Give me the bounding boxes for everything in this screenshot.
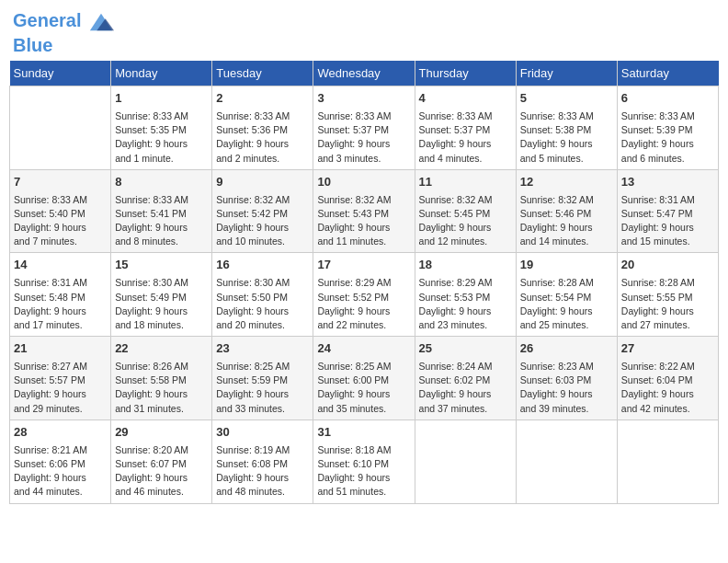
- calendar-cell: 20Sunrise: 8:28 AM Sunset: 5:55 PM Dayli…: [617, 253, 718, 337]
- page-header: General Blue: [9, 9, 719, 55]
- day-info: Sunrise: 8:32 AM Sunset: 5:42 PM Dayligh…: [216, 193, 309, 249]
- day-number: 21: [14, 340, 107, 358]
- day-number: 15: [115, 257, 208, 274]
- day-info: Sunrise: 8:25 AM Sunset: 6:00 PM Dayligh…: [317, 360, 410, 416]
- day-number: 6: [621, 90, 714, 108]
- calendar-cell: 17Sunrise: 8:29 AM Sunset: 5:52 PM Dayli…: [313, 253, 415, 337]
- calendar-cell: 28Sunrise: 8:21 AM Sunset: 6:06 PM Dayli…: [10, 419, 111, 503]
- day-info: Sunrise: 8:31 AM Sunset: 5:47 PM Dayligh…: [621, 193, 714, 249]
- day-number: 17: [317, 257, 410, 274]
- day-header-saturday: Saturday: [617, 61, 718, 86]
- calendar-cell: 8Sunrise: 8:33 AM Sunset: 5:41 PM Daylig…: [111, 169, 212, 253]
- day-number: 3: [317, 90, 410, 108]
- calendar-cell: 10Sunrise: 8:32 AM Sunset: 5:43 PM Dayli…: [313, 169, 415, 253]
- day-info: Sunrise: 8:33 AM Sunset: 5:40 PM Dayligh…: [14, 193, 107, 249]
- day-number: 7: [14, 174, 107, 191]
- day-info: Sunrise: 8:24 AM Sunset: 6:02 PM Dayligh…: [419, 360, 512, 416]
- calendar-cell: 18Sunrise: 8:29 AM Sunset: 5:53 PM Dayli…: [415, 253, 516, 337]
- day-info: Sunrise: 8:28 AM Sunset: 5:54 PM Dayligh…: [520, 276, 613, 332]
- calendar-cell: 24Sunrise: 8:25 AM Sunset: 6:00 PM Dayli…: [313, 337, 415, 420]
- calendar-cell: 27Sunrise: 8:22 AM Sunset: 6:04 PM Dayli…: [617, 337, 718, 420]
- day-info: Sunrise: 8:18 AM Sunset: 6:10 PM Dayligh…: [317, 443, 410, 500]
- day-header-sunday: Sunday: [10, 61, 111, 86]
- day-number: 18: [419, 257, 512, 274]
- day-number: 14: [14, 257, 107, 274]
- day-number: 1: [115, 90, 208, 108]
- day-info: Sunrise: 8:33 AM Sunset: 5:39 PM Dayligh…: [621, 109, 714, 166]
- calendar-cell: 3Sunrise: 8:33 AM Sunset: 5:37 PM Daylig…: [313, 86, 415, 170]
- day-info: Sunrise: 8:27 AM Sunset: 5:57 PM Dayligh…: [14, 360, 107, 416]
- calendar-cell: 21Sunrise: 8:27 AM Sunset: 5:57 PM Dayli…: [10, 337, 111, 420]
- calendar-cell: 30Sunrise: 8:19 AM Sunset: 6:08 PM Dayli…: [212, 419, 313, 503]
- day-info: Sunrise: 8:22 AM Sunset: 6:04 PM Dayligh…: [621, 360, 714, 416]
- day-number: 23: [216, 340, 309, 358]
- calendar-cell: 11Sunrise: 8:32 AM Sunset: 5:45 PM Dayli…: [415, 169, 516, 253]
- day-number: 31: [317, 424, 410, 442]
- day-info: Sunrise: 8:33 AM Sunset: 5:37 PM Dayligh…: [419, 109, 512, 166]
- day-number: 10: [317, 174, 410, 191]
- calendar-cell: 22Sunrise: 8:26 AM Sunset: 5:58 PM Dayli…: [111, 337, 212, 420]
- logo-text: General: [13, 9, 114, 35]
- day-header-tuesday: Tuesday: [212, 61, 313, 86]
- day-info: Sunrise: 8:19 AM Sunset: 6:08 PM Dayligh…: [216, 443, 309, 500]
- calendar-week-row: 1Sunrise: 8:33 AM Sunset: 5:35 PM Daylig…: [10, 86, 719, 170]
- day-info: Sunrise: 8:32 AM Sunset: 5:46 PM Dayligh…: [520, 193, 613, 249]
- calendar-cell: 19Sunrise: 8:28 AM Sunset: 5:54 PM Dayli…: [516, 253, 617, 337]
- day-number: 11: [419, 174, 512, 191]
- day-info: Sunrise: 8:23 AM Sunset: 6:03 PM Dayligh…: [520, 360, 613, 416]
- day-info: Sunrise: 8:29 AM Sunset: 5:53 PM Dayligh…: [419, 276, 512, 332]
- calendar-cell: 14Sunrise: 8:31 AM Sunset: 5:48 PM Dayli…: [10, 253, 111, 337]
- day-number: 4: [419, 90, 512, 108]
- day-info: Sunrise: 8:30 AM Sunset: 5:50 PM Dayligh…: [216, 276, 309, 332]
- calendar-cell: 1Sunrise: 8:33 AM Sunset: 5:35 PM Daylig…: [111, 86, 212, 170]
- day-number: 19: [520, 257, 613, 274]
- day-number: 12: [520, 174, 613, 191]
- day-info: Sunrise: 8:33 AM Sunset: 5:38 PM Dayligh…: [520, 109, 613, 166]
- day-info: Sunrise: 8:20 AM Sunset: 6:07 PM Dayligh…: [115, 443, 208, 500]
- calendar-cell: 31Sunrise: 8:18 AM Sunset: 6:10 PM Dayli…: [313, 419, 415, 503]
- day-number: 5: [520, 90, 613, 108]
- day-info: Sunrise: 8:33 AM Sunset: 5:36 PM Dayligh…: [216, 109, 309, 166]
- logo-text-blue: Blue: [13, 35, 114, 55]
- day-number: 27: [621, 340, 714, 358]
- calendar-cell: 23Sunrise: 8:25 AM Sunset: 5:59 PM Dayli…: [212, 337, 313, 420]
- calendar-week-row: 28Sunrise: 8:21 AM Sunset: 6:06 PM Dayli…: [10, 419, 719, 503]
- calendar-header-row: SundayMondayTuesdayWednesdayThursdayFrid…: [10, 61, 719, 86]
- day-number: 9: [216, 174, 309, 191]
- day-info: Sunrise: 8:33 AM Sunset: 5:41 PM Dayligh…: [115, 193, 208, 249]
- calendar-table: SundayMondayTuesdayWednesdayThursdayFrid…: [9, 61, 719, 504]
- day-number: 24: [317, 340, 410, 358]
- day-number: 22: [115, 340, 208, 358]
- day-header-wednesday: Wednesday: [313, 61, 415, 86]
- calendar-cell: 25Sunrise: 8:24 AM Sunset: 6:02 PM Dayli…: [415, 337, 516, 420]
- day-header-thursday: Thursday: [415, 61, 516, 86]
- calendar-cell: 5Sunrise: 8:33 AM Sunset: 5:38 PM Daylig…: [516, 86, 617, 170]
- calendar-cell: [617, 419, 718, 503]
- calendar-cell: 16Sunrise: 8:30 AM Sunset: 5:50 PM Dayli…: [212, 253, 313, 337]
- calendar-cell: 2Sunrise: 8:33 AM Sunset: 5:36 PM Daylig…: [212, 86, 313, 170]
- day-number: 16: [216, 257, 309, 274]
- day-info: Sunrise: 8:29 AM Sunset: 5:52 PM Dayligh…: [317, 276, 410, 332]
- day-info: Sunrise: 8:33 AM Sunset: 5:35 PM Dayligh…: [115, 109, 208, 166]
- calendar-cell: 13Sunrise: 8:31 AM Sunset: 5:47 PM Dayli…: [617, 169, 718, 253]
- calendar-cell: 12Sunrise: 8:32 AM Sunset: 5:46 PM Dayli…: [516, 169, 617, 253]
- calendar-cell: 26Sunrise: 8:23 AM Sunset: 6:03 PM Dayli…: [516, 337, 617, 420]
- day-header-friday: Friday: [516, 61, 617, 86]
- day-info: Sunrise: 8:31 AM Sunset: 5:48 PM Dayligh…: [14, 276, 107, 332]
- calendar-cell: [415, 419, 516, 503]
- calendar-cell: 6Sunrise: 8:33 AM Sunset: 5:39 PM Daylig…: [617, 86, 718, 170]
- day-number: 30: [216, 424, 309, 442]
- day-info: Sunrise: 8:33 AM Sunset: 5:37 PM Dayligh…: [317, 109, 410, 166]
- calendar-cell: 29Sunrise: 8:20 AM Sunset: 6:07 PM Dayli…: [111, 419, 212, 503]
- calendar-body: 1Sunrise: 8:33 AM Sunset: 5:35 PM Daylig…: [10, 86, 719, 504]
- calendar-cell: 7Sunrise: 8:33 AM Sunset: 5:40 PM Daylig…: [10, 169, 111, 253]
- day-header-monday: Monday: [111, 61, 212, 86]
- day-info: Sunrise: 8:30 AM Sunset: 5:49 PM Dayligh…: [115, 276, 208, 332]
- day-info: Sunrise: 8:26 AM Sunset: 5:58 PM Dayligh…: [115, 360, 208, 416]
- day-number: 13: [621, 174, 714, 191]
- day-info: Sunrise: 8:25 AM Sunset: 5:59 PM Dayligh…: [216, 360, 309, 416]
- day-number: 8: [115, 174, 208, 191]
- calendar-week-row: 7Sunrise: 8:33 AM Sunset: 5:40 PM Daylig…: [10, 169, 719, 253]
- calendar-cell: [10, 86, 111, 170]
- day-number: 25: [419, 340, 512, 358]
